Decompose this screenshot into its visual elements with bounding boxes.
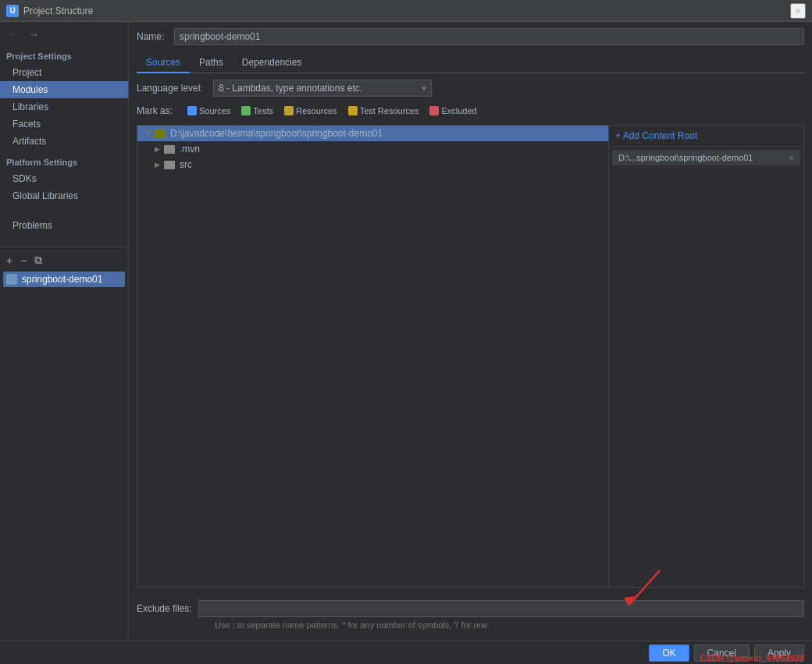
resources-color-dot: [284, 106, 294, 115]
platform-settings-header: Platform Settings: [0, 150, 128, 170]
mark-excluded-button[interactable]: Excluded: [426, 105, 479, 117]
sidebar: ← → Project Settings Project Modules Lib…: [0, 22, 129, 641]
excluded-color-dot: [429, 106, 439, 115]
tree-label-src: src: [180, 159, 192, 170]
language-level-select-wrap: 8 - Lambdas, type annotations etc. 9 - M…: [213, 80, 432, 97]
sidebar-item-sdks[interactable]: SDKs: [0, 170, 128, 187]
mark-sources-button[interactable]: Sources: [184, 105, 233, 117]
language-level-label: Language level:: [137, 83, 207, 94]
nav-forward-button[interactable]: →: [25, 27, 42, 42]
mark-resources-label: Resources: [296, 106, 337, 115]
sidebar-item-artifacts[interactable]: Artifacts: [0, 133, 128, 150]
tests-color-dot: [241, 106, 251, 115]
sidebar-item-problems[interactable]: Problems: [0, 217, 128, 234]
module-label: springboot-demo01: [22, 274, 102, 285]
tree-arrow-src: ▶: [153, 161, 161, 169]
mark-as-row: Mark as: Sources Tests Resources Test Re…: [137, 105, 804, 117]
folder-icon-mvn: [164, 145, 175, 154]
mark-excluded-label: Excluded: [441, 106, 476, 115]
language-level-row: Language level: 8 - Lambdas, type annota…: [137, 80, 804, 97]
ok-button[interactable]: OK: [649, 644, 689, 662]
name-input[interactable]: [174, 28, 804, 45]
tree-item-root[interactable]: ▼ D:\javadcode\heima\springboot\springbo…: [137, 126, 608, 141]
name-label: Name:: [137, 31, 168, 42]
tree-arrow-root: ▼: [144, 130, 151, 137]
add-module-button[interactable]: +: [3, 253, 16, 268]
language-level-select[interactable]: 8 - Lambdas, type annotations etc. 9 - M…: [213, 80, 432, 97]
tree-item-mvn[interactable]: ▶ .mvn: [137, 141, 608, 157]
folder-icon-root: [155, 130, 166, 138]
nav-back-button[interactable]: ←: [5, 27, 22, 42]
tab-sources[interactable]: Sources: [137, 53, 190, 73]
sources-color-dot: [187, 106, 197, 115]
folder-icon-src: [164, 161, 175, 169]
sidebar-item-facets[interactable]: Facets: [0, 115, 128, 133]
name-row: Name:: [137, 28, 804, 45]
project-settings-header: Project Settings: [0, 45, 128, 64]
mark-test-resources-button[interactable]: Test Resources: [345, 105, 422, 117]
module-icon: [6, 274, 17, 285]
mark-tests-button[interactable]: Tests: [238, 105, 276, 117]
split-panel: ▼ D:\javadcode\heima\springboot\springbo…: [137, 125, 804, 588]
right-panel: + Add Content Root D:\...springboot\spri…: [609, 125, 804, 588]
copy-module-button[interactable]: ⧉: [31, 252, 45, 268]
tree-area: ▼ D:\javadcode\heima\springboot\springbo…: [137, 125, 609, 588]
exclude-hint: Use ; to separate name patterns, * for a…: [215, 620, 804, 630]
module-toolbar: + − ⧉: [3, 250, 125, 272]
mark-tests-label: Tests: [253, 106, 273, 115]
tree-label-mvn: .mvn: [180, 144, 200, 154]
tree-item-src[interactable]: ▶ src: [137, 157, 608, 172]
mark-as-label: Mark as:: [137, 105, 180, 116]
app-icon: U: [6, 5, 19, 17]
mark-resources-button[interactable]: Resources: [281, 105, 340, 117]
main-layout: ← → Project Settings Project Modules Lib…: [0, 22, 812, 641]
exclude-row: Exclude files:: [137, 600, 804, 617]
mark-sources-label: Sources: [199, 106, 230, 115]
content-area: Name: Sources Paths Dependencies Languag…: [129, 22, 812, 641]
content-root-close-button[interactable]: ×: [789, 153, 794, 162]
tab-paths[interactable]: Paths: [190, 53, 233, 73]
tree-arrow-mvn: ▶: [153, 145, 161, 153]
close-button[interactable]: ×: [790, 3, 806, 19]
remove-module-button[interactable]: −: [17, 253, 30, 268]
mark-test-resources-label: Test Resources: [360, 106, 419, 115]
tree-label-root: D:\javadcode\heima\springboot\springboot…: [170, 128, 383, 139]
watermark: CSDN @weixin_44953928: [700, 653, 804, 662]
bottom-bar: OK Cancel Apply CSDN @weixin_44953928: [0, 641, 812, 664]
title-bar-left: U Project Structure: [6, 5, 93, 17]
test-resources-color-dot: [348, 106, 358, 115]
sidebar-item-global-libraries[interactable]: Global Libraries: [0, 187, 128, 204]
exclude-files-input[interactable]: [198, 600, 804, 617]
add-content-root-button[interactable]: + Add Content Root: [615, 130, 697, 141]
module-item-springboot-demo01[interactable]: springboot-demo01: [3, 272, 125, 287]
sidebar-nav: ← →: [0, 25, 128, 45]
sidebar-item-libraries[interactable]: Libraries: [0, 98, 128, 115]
title-bar: U Project Structure ×: [0, 0, 812, 22]
content-root-path: D:\...springboot\springboot-demo01: [618, 153, 753, 162]
sidebar-item-modules[interactable]: Modules: [0, 81, 128, 98]
exclude-section: Exclude files: Use ; to separate name pa…: [137, 594, 804, 634]
exclude-files-label: Exclude files:: [137, 603, 192, 614]
tabs-row: Sources Paths Dependencies: [137, 53, 804, 73]
add-content-root-section: + Add Content Root: [609, 126, 803, 147]
content-root-item: D:\...springboot\springboot-demo01 ×: [612, 150, 800, 165]
module-list-area: + − ⧉ springboot-demo01: [0, 247, 128, 287]
sidebar-item-project[interactable]: Project: [0, 64, 128, 81]
tab-dependencies[interactable]: Dependencies: [233, 53, 312, 73]
dialog-title: Project Structure: [23, 5, 93, 16]
